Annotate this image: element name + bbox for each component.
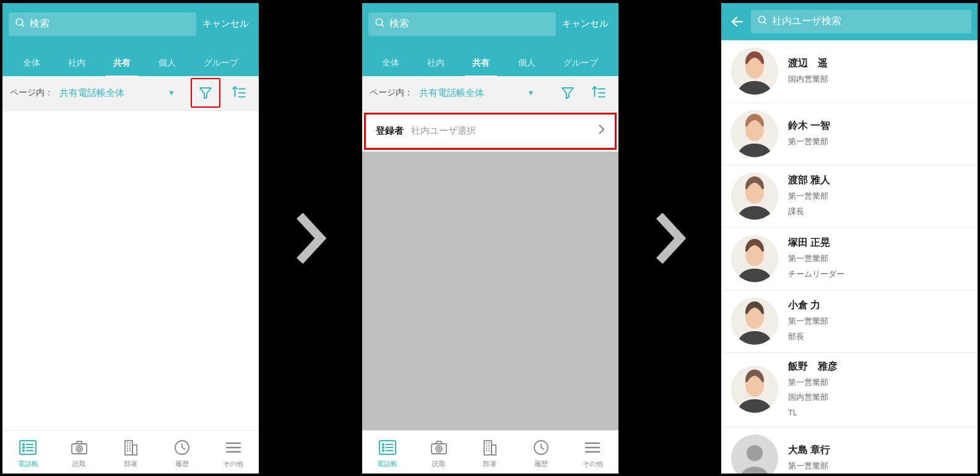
user-row[interactable]: 鈴木 一智第一営業部 — [721, 103, 978, 165]
user-dept: 第一営業部 — [788, 377, 838, 389]
avatar — [731, 235, 778, 282]
filter-button[interactable] — [193, 80, 218, 105]
user-name: 大島 章行 — [788, 444, 830, 457]
tabbar-phonebook[interactable]: 電話帳 — [6, 438, 50, 469]
svg-point-40 — [383, 449, 384, 451]
svg-line-60 — [541, 448, 544, 449]
search-input[interactable]: 検索 — [368, 12, 556, 36]
tabbar-scan[interactable]: 読取 — [58, 438, 101, 469]
user-row[interactable]: 渡部 雅人第一営業部課長 — [721, 165, 978, 228]
sort-button[interactable] — [586, 80, 611, 105]
tab-personal[interactable]: 個人 — [155, 49, 180, 76]
svg-point-46 — [438, 448, 440, 450]
chevron-right-icon — [597, 124, 605, 137]
tabbar-dept[interactable]: 部署 — [109, 438, 152, 469]
svg-point-38 — [383, 443, 384, 444]
user-dept: 国内営業部 — [788, 392, 838, 404]
user-row[interactable]: 小倉 力第一営業部部長 — [721, 290, 978, 353]
svg-point-13 — [76, 446, 82, 452]
user-name: 渡辺 遥 — [788, 57, 828, 70]
clock-icon — [173, 438, 191, 457]
back-button[interactable] — [727, 12, 747, 32]
svg-point-85 — [747, 445, 763, 461]
cancel-button[interactable]: キャンセル — [201, 18, 253, 30]
clock-icon — [532, 438, 550, 457]
cancel-button[interactable]: キャンセル — [561, 18, 612, 30]
tabbar-label: 電話帳 — [377, 459, 397, 469]
avatar — [731, 435, 778, 474]
search-input[interactable]: 検索 — [9, 12, 196, 36]
tab-all[interactable]: 全体 — [378, 49, 403, 76]
building-icon — [482, 438, 498, 457]
tab-bar: 電話帳 読取 部署 履歴 その他 — [362, 430, 618, 474]
svg-point-0 — [16, 19, 23, 25]
user-list[interactable]: 渡辺 遥国内営業部鈴木 一智第一営業部渡部 雅人第一営業部課長塚田 正晃第一営業… — [721, 40, 978, 474]
screen-1: 検索 キャンセル 全体 社内 共有 個人 グループ ページ内： 共有電話帳全体 … — [2, 3, 259, 474]
tabbar-history[interactable]: 履歴 — [160, 438, 204, 469]
svg-line-33 — [381, 24, 384, 27]
dropdown-value: 共有電話帳全体 — [419, 87, 484, 99]
user-dept: 部長 — [788, 331, 828, 343]
tab-personal[interactable]: 個人 — [514, 49, 539, 76]
svg-point-45 — [436, 446, 442, 452]
svg-rect-15 — [77, 441, 82, 444]
user-info: 飯野 雅彦第一営業部国内営業部TL — [788, 360, 838, 419]
user-info: 小倉 力第一営業部部長 — [788, 299, 828, 343]
registrar-label: 登録者 — [376, 125, 404, 137]
svg-line-65 — [764, 22, 766, 24]
tabbar-label: 履歴 — [534, 459, 548, 469]
tabbar-other[interactable]: その他 — [571, 438, 614, 469]
user-dept: 第一営業部 — [788, 253, 844, 265]
user-dept: チームリーダー — [788, 269, 844, 280]
tab-shared[interactable]: 共有 — [110, 49, 134, 76]
category-tabs: 全体 社内 共有 個人 グループ — [9, 49, 253, 76]
flow-arrow-1 — [259, 3, 362, 474]
registrar-select-row[interactable]: 登録者 社内ユーザ選択 — [366, 115, 615, 148]
search-icon — [15, 17, 26, 31]
tabbar-scan[interactable]: 読取 — [417, 438, 461, 469]
user-info: 渡辺 遥国内営業部 — [788, 57, 828, 85]
user-search-input[interactable]: 社内ユーザ検索 — [751, 10, 971, 33]
search-placeholder: 検索 — [389, 17, 409, 30]
sort-button[interactable] — [227, 80, 251, 105]
user-row[interactable]: 大島 章行第一営業部 — [721, 427, 978, 474]
tab-group[interactable]: グループ — [200, 49, 242, 76]
user-info: 塚田 正晃第一営業部チームリーダー — [788, 236, 844, 280]
tabbar-label: その他 — [583, 459, 603, 469]
svg-rect-49 — [492, 445, 496, 455]
empty-body — [2, 111, 259, 430]
user-dept: 第一営業部 — [788, 191, 830, 202]
user-dept: 国内営業部 — [788, 74, 828, 85]
flow-arrow-2 — [618, 3, 722, 474]
tab-all[interactable]: 全体 — [19, 49, 44, 76]
screen-3: 社内ユーザ検索 渡辺 遥国内営業部鈴木 一智第一営業部渡部 雅人第一営業部課長塚… — [721, 3, 978, 474]
user-name: 鈴木 一智 — [788, 119, 830, 132]
tabbar-history[interactable]: 履歴 — [519, 438, 563, 469]
svg-point-14 — [78, 448, 80, 450]
building-icon — [123, 438, 139, 457]
user-info: 鈴木 一智第一営業部 — [788, 119, 830, 148]
user-name: 塚田 正晃 — [788, 236, 844, 249]
tabbar-label: 部署 — [483, 459, 497, 469]
tab-internal[interactable]: 社内 — [64, 49, 89, 76]
directory-dropdown[interactable]: 共有電話帳全体 ▼ — [419, 87, 549, 99]
tabbar-dept[interactable]: 部署 — [468, 438, 511, 469]
search-icon — [757, 15, 768, 28]
directory-dropdown[interactable]: 共有電話帳全体 ▼ — [59, 87, 184, 99]
search-row: 検索 キャンセル — [9, 11, 253, 38]
svg-point-64 — [758, 16, 765, 23]
tab-internal[interactable]: 社内 — [423, 49, 448, 76]
caret-down-icon: ▼ — [168, 89, 175, 97]
tab-group[interactable]: グループ — [560, 49, 602, 76]
tabbar-other[interactable]: その他 — [212, 438, 255, 469]
user-row[interactable]: 渡辺 遥国内営業部 — [721, 40, 978, 103]
category-tabs: 全体 社内 共有 個人 グループ — [368, 49, 612, 76]
user-row[interactable]: 塚田 正晃第一営業部チームリーダー — [721, 228, 978, 290]
tabbar-phonebook[interactable]: 電話帳 — [366, 438, 409, 469]
search-icon — [375, 17, 386, 31]
search-placeholder: 社内ユーザ検索 — [772, 15, 841, 28]
tab-shared[interactable]: 共有 — [469, 49, 493, 76]
user-row[interactable]: 飯野 雅彦第一営業部国内営業部TL — [721, 353, 978, 427]
filter-button[interactable] — [555, 80, 580, 105]
grey-body — [362, 152, 618, 430]
